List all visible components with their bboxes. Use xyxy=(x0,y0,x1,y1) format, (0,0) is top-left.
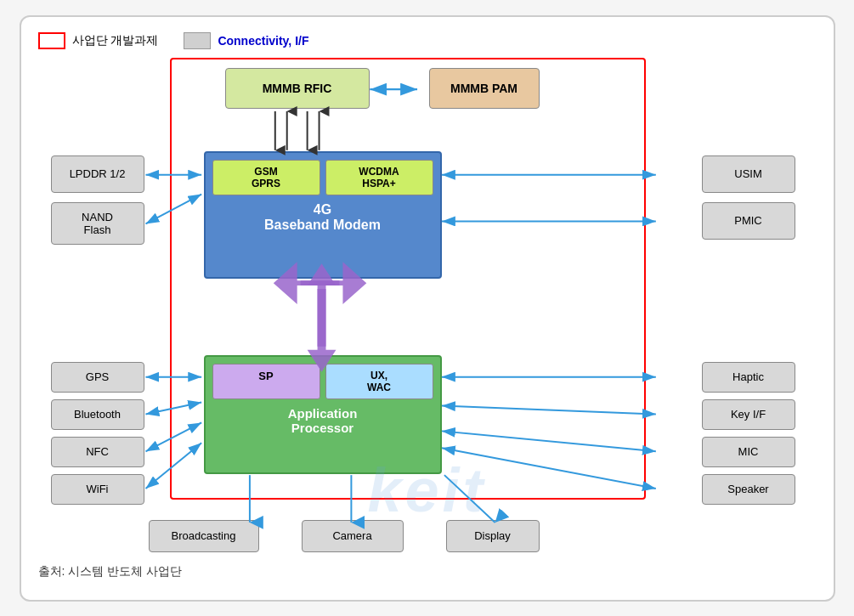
key-if-box: Key I/F xyxy=(702,399,795,430)
legend-red-label: 사업단 개발과제 xyxy=(72,33,159,48)
svg-line-23 xyxy=(145,422,201,451)
legend: 사업단 개발과제 Connectivity, I/F xyxy=(38,32,817,49)
legend-gray-label: Connectivity, I/F xyxy=(218,34,308,48)
svg-line-31 xyxy=(444,475,495,523)
baseband-label: 4GBaseband Modem xyxy=(264,202,381,233)
pmic-box: PMIC xyxy=(702,202,795,240)
gps-box: GPS xyxy=(51,362,144,393)
legend-item-red: 사업단 개발과제 xyxy=(38,32,159,49)
display-box: Display xyxy=(446,520,540,552)
svg-line-14 xyxy=(145,194,201,223)
camera-box: Camera xyxy=(302,520,404,552)
gsm-gprs-box: GSMGPRS xyxy=(212,160,320,195)
legend-red-box xyxy=(38,32,65,49)
diagram-area: MMMB RFIC MMMB PAM GSMGPRS WCDMAHSPA+ 4G… xyxy=(38,58,817,559)
svg-line-28 xyxy=(441,448,655,489)
ap-top-row: SP UX,WAC xyxy=(212,364,433,399)
bluetooth-box: Bluetooth xyxy=(51,399,144,430)
main-container: 사업단 개발과제 Connectivity, I/F MMMB RFIC MMM… xyxy=(20,15,835,602)
arrows-overlay xyxy=(38,58,817,559)
speaker-box: Speaker xyxy=(702,474,795,505)
baseband-top-row: GSMGPRS WCDMAHSPA+ xyxy=(212,160,433,195)
ux-wac-box: UX,WAC xyxy=(325,364,433,399)
ap-label: ApplicationProcessor xyxy=(288,406,358,435)
nand-flash-box: NANDFlash xyxy=(51,202,144,245)
lpddr-box: LPDDR 1/2 xyxy=(51,155,144,193)
broadcasting-box: Broadcasting xyxy=(149,520,259,552)
svg-line-22 xyxy=(145,402,201,414)
usim-box: USIM xyxy=(702,155,795,193)
application-processor-box: SP UX,WAC ApplicationProcessor xyxy=(204,355,442,474)
svg-line-24 xyxy=(145,443,201,489)
source-text: 출처: 시스템 반도체 사업단 xyxy=(38,564,817,579)
mmmb-pam-box: MMMB PAM xyxy=(429,68,540,109)
legend-item-gray: Connectivity, I/F xyxy=(184,32,308,49)
sp-box: SP xyxy=(212,364,320,399)
wifi-box: WiFi xyxy=(51,474,144,505)
svg-line-26 xyxy=(441,405,655,414)
nfc-box: NFC xyxy=(51,437,144,467)
mmmb-rfic-box: MMMB RFIC xyxy=(225,68,370,109)
mic-box: MIC xyxy=(702,437,795,467)
baseband-modem-box: GSMGPRS WCDMAHSPA+ 4GBaseband Modem xyxy=(204,151,442,279)
haptic-box: Haptic xyxy=(702,362,795,393)
legend-gray-box xyxy=(184,32,211,49)
wcdma-hspa-box: WCDMAHSPA+ xyxy=(325,160,433,195)
svg-line-27 xyxy=(441,431,655,451)
